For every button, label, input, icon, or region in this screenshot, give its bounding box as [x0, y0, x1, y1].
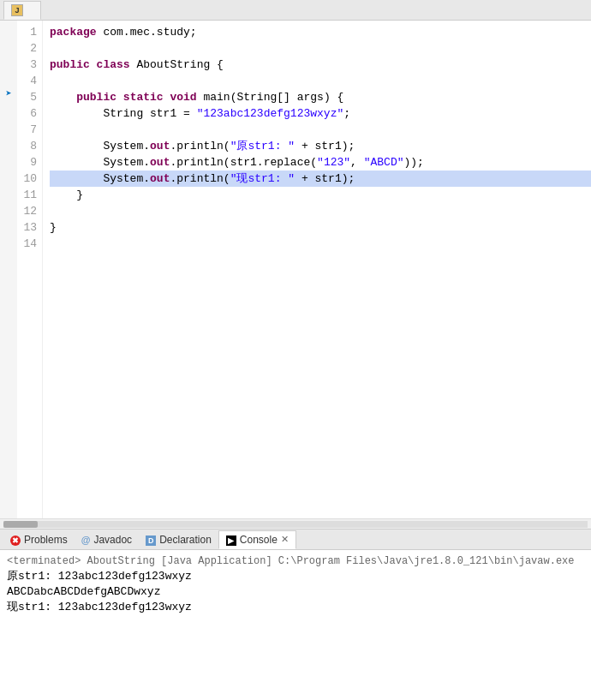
console-line: 原str1: 123abc123defg123wxyz — [7, 569, 584, 584]
code-line-12 — [50, 203, 591, 219]
editor-gutter: ➤ — [0, 21, 17, 518]
bottom-tab-javadoc-label: Javadoc — [93, 534, 132, 546]
console-tab-close[interactable]: ✕ — [281, 534, 289, 545]
code-line-14 — [50, 236, 591, 252]
console-icon: ▶ — [226, 534, 236, 546]
line-num-3: 3 — [21, 57, 37, 73]
file-tab[interactable]: J — [3, 1, 41, 20]
code-line-2 — [50, 40, 591, 57]
bottom-panel: ✖Problems@JavadocDDeclaration▶Console✕ <… — [0, 529, 591, 700]
console-line: 现str1: 123abc123defg123wxyz — [7, 600, 584, 615]
gutter-line-14 — [0, 232, 17, 248]
console-header: <terminated> AboutString [Java Applicati… — [7, 553, 584, 569]
gutter-line-13 — [0, 216, 17, 232]
declaration-icon: D — [146, 534, 156, 546]
code-line-5: public static void main(String[] args) { — [50, 89, 591, 105]
line-num-9: 9 — [21, 154, 37, 171]
code-line-11: } — [50, 187, 591, 203]
code-line-8: System.out.println("原str1: " + str1); — [50, 138, 591, 154]
gutter-line-8 — [0, 135, 17, 151]
bottom-tab-declaration[interactable]: DDeclaration — [139, 530, 218, 549]
line-num-14: 14 — [21, 236, 37, 252]
code-line-4 — [50, 73, 591, 89]
line-num-4: 4 — [21, 73, 37, 89]
arrow-indicator: ➤ — [5, 87, 11, 100]
line-num-10: 10 — [21, 171, 37, 187]
code-line-10: System.out.println("现str1: " + str1); — [50, 171, 591, 187]
code-line-7 — [50, 122, 591, 138]
gutter-line-10 — [0, 167, 17, 183]
tab-bar: J — [0, 0, 591, 21]
gutter-line-6 — [0, 102, 17, 118]
line-num-7: 7 — [21, 122, 37, 138]
bottom-tab-problems-label: Problems — [24, 534, 68, 546]
bottom-tab-javadoc[interactable]: @Javadoc — [75, 530, 139, 549]
code-line-6: String str1 = "123abc123defg123wxyz"; — [50, 105, 591, 122]
code-editor: ➤ 1234567891011121314 package com.mec.st… — [0, 21, 591, 529]
line-num-8: 8 — [21, 138, 37, 154]
file-tab-icon: J — [11, 4, 23, 16]
bottom-tab-problems[interactable]: ✖Problems — [3, 530, 75, 549]
javadoc-at-icon: @ — [81, 535, 91, 545]
gutter-line-5: ➤ — [0, 86, 17, 102]
gutter-line-7 — [0, 118, 17, 135]
code-area: ➤ 1234567891011121314 package com.mec.st… — [0, 21, 591, 518]
gutter-line-2 — [0, 37, 17, 53]
code-content[interactable]: package com.mec.study; public class Abou… — [43, 21, 591, 518]
line-num-2: 2 — [21, 40, 37, 57]
problems-icon: ✖ — [10, 534, 21, 546]
gutter-line-9 — [0, 151, 17, 167]
gutter-line-3 — [0, 53, 17, 69]
line-num-6: 6 — [21, 105, 37, 122]
code-line-1: package com.mec.study; — [50, 24, 591, 40]
code-line-13: } — [50, 219, 591, 236]
line-num-1: 1 — [21, 24, 37, 40]
gutter-line-11 — [0, 183, 17, 200]
editor-scrollbar[interactable] — [0, 518, 591, 529]
bottom-tab-declaration-label: Declaration — [159, 534, 212, 546]
scrollbar-thumb[interactable] — [3, 521, 38, 528]
console-line: ABCDabcABCDdefgABCDwxyz — [7, 584, 584, 600]
line-num-13: 13 — [21, 219, 37, 236]
editor-window: J ➤ 1234567891011121314 package com.mec.… — [0, 0, 591, 700]
gutter-line-12 — [0, 200, 17, 216]
line-num-12: 12 — [21, 203, 37, 219]
bottom-tab-console[interactable]: ▶Console✕ — [218, 530, 296, 549]
code-line-3: public class AboutString { — [50, 57, 591, 73]
line-numbers: 1234567891011121314 — [17, 21, 43, 518]
bottom-tab-console-label: Console — [240, 534, 278, 546]
console-output: <terminated> AboutString [Java Applicati… — [0, 550, 591, 700]
gutter-line-1 — [0, 21, 17, 37]
gutter-line-4 — [0, 69, 17, 86]
code-line-9: System.out.println(str1.replace("123", "… — [50, 154, 591, 171]
line-num-5: 5 — [21, 89, 37, 105]
line-num-11: 11 — [21, 187, 37, 203]
scrollbar-track — [3, 521, 588, 528]
bottom-tab-bar: ✖Problems@JavadocDDeclaration▶Console✕ — [0, 529, 591, 550]
